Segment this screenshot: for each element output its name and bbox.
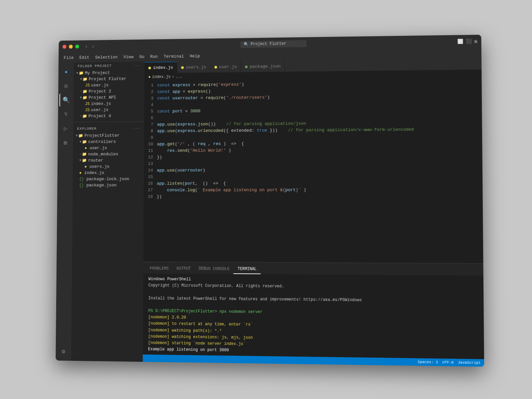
tab-users-js[interactable]: users.js	[177, 62, 210, 73]
tree-label: Project Flutter	[89, 76, 126, 82]
title-search-box[interactable]: 🔍 Project Flutter	[240, 40, 307, 48]
tab-dot	[148, 66, 151, 69]
tree-label: package-lock.json	[86, 177, 129, 182]
activity-run[interactable]: ▷	[59, 122, 72, 135]
tree-project-flutter[interactable]: ▼ 📁 Project Flutter	[74, 75, 145, 82]
tab-debug-console[interactable]: DEBUG CONSOLE	[195, 264, 233, 274]
tab-dot	[181, 66, 184, 69]
tree-user-js-ctrl[interactable]: ● user.js	[73, 145, 144, 151]
tab-package-json[interactable]: package.json	[241, 61, 285, 72]
tree-projectflutter[interactable]: ▼ 📁 ProjectFlutter	[73, 132, 144, 139]
tree-user-js-2[interactable]: JS user.js	[73, 106, 144, 113]
sidebar-icon[interactable]: ▣	[474, 38, 477, 44]
back-button[interactable]: ‹	[84, 43, 88, 50]
status-encoding: UTF-8	[442, 360, 454, 365]
activity-extensions2[interactable]: ⊞	[59, 136, 72, 149]
tab-user-js[interactable]: user.js	[210, 61, 241, 73]
search-icon: 🔍	[244, 42, 249, 47]
menu-edit[interactable]: Edit	[77, 54, 92, 61]
explorer-header: EXPLORER ···	[73, 124, 144, 133]
minimize-button[interactable]	[69, 45, 73, 49]
code-line: 18 })	[144, 194, 483, 200]
forward-button[interactable]: ›	[91, 43, 95, 50]
activity-logo[interactable]: ✦	[60, 65, 72, 78]
menu-view[interactable]: View	[121, 53, 136, 61]
tree-index-js-main[interactable]: ● index.js	[73, 170, 144, 176]
tree-project-4[interactable]: › 📁 Project 4	[73, 113, 144, 119]
tree-label: router	[88, 158, 103, 163]
explorer-menu-dots[interactable]: ···	[133, 126, 140, 130]
title-search-area: 🔍 Project Flutter	[98, 38, 455, 50]
menu-help[interactable]: Help	[187, 52, 202, 60]
tree-my-project[interactable]: ▼ 📁 My Project	[74, 69, 145, 76]
menu-run[interactable]: Run	[148, 53, 160, 61]
tree-label: user.js	[91, 83, 109, 88]
tree-label: index.js	[84, 170, 104, 175]
breadcrumb-text: index.js	[152, 74, 171, 79]
status-language: JavaScript	[458, 360, 481, 365]
code-line: 15	[144, 173, 483, 181]
tab-label: index.js	[153, 65, 173, 70]
menu-terminal[interactable]: Terminal	[161, 53, 187, 60]
status-right: Spaces: 2 UTF-8 JavaScript	[418, 360, 481, 365]
breadcrumb-ellipsis: ...	[176, 74, 183, 79]
activity-extensions[interactable]: ◎	[60, 79, 72, 92]
main-area: ✦ ◎ 🔍 ⌥ ▷ ⊞ ⚙ FOLDER PROJECT ··· ▼ 📁 My …	[56, 58, 484, 367]
tab-label: package.json	[250, 64, 281, 69]
tab-label: users.js	[186, 65, 206, 70]
tree-label: Project 2	[89, 89, 111, 94]
tree-label: package.json	[86, 183, 117, 188]
close-button[interactable]	[63, 45, 66, 49]
tab-index-js[interactable]: index.js	[144, 62, 177, 73]
code-editor[interactable]: 1 const express = require('express') 2 c…	[143, 77, 483, 263]
tree-project-api[interactable]: ▼ 📁 Project API	[73, 94, 144, 101]
status-spaces: Spaces: 2	[418, 360, 438, 364]
tree-index-js-1[interactable]: JS index.js	[73, 100, 144, 107]
code-line: 13	[144, 160, 482, 167]
title-search-text: Project Flutter	[251, 42, 286, 47]
tree-label: users.js	[89, 164, 110, 169]
titlebar-icons: ⬜ ⬛ ▣	[457, 38, 477, 44]
tab-dot	[214, 66, 217, 68]
tab-terminal[interactable]: TERMINAL	[233, 265, 261, 274]
activity-search[interactable]: 🔍	[60, 93, 72, 106]
tree-label: ProjectFlutter	[84, 133, 120, 138]
activity-source-control[interactable]: ⌥	[59, 108, 72, 121]
tab-problems[interactable]: PROBLEMS	[146, 264, 173, 273]
app-window: ‹ › 🔍 Project Flutter ⬜ ⬛ ▣ File Edit Se…	[56, 35, 484, 366]
breadcrumb-sep: ›	[172, 74, 174, 79]
folder-project-section: FOLDER PROJECT ··· ▼ 📁 My Project ▼ 📁 Pr…	[73, 62, 145, 119]
tree-label: Project 4	[88, 114, 111, 119]
code-line: 12 })	[144, 153, 482, 161]
split-icon[interactable]: ⬜	[457, 39, 463, 44]
folder-menu-dots[interactable]: ···	[133, 64, 141, 67]
tree-package-json[interactable]: {} package.json	[73, 182, 144, 189]
activity-settings[interactable]: ⚙	[57, 345, 70, 358]
tab-dot	[245, 66, 248, 68]
tree-user-js-1[interactable]: JS user.js	[73, 82, 144, 89]
tree-label: user.js	[91, 107, 108, 112]
layout-icon[interactable]: ⬛	[466, 38, 472, 44]
tree-router[interactable]: ▼ 📁 router	[73, 157, 144, 164]
menu-file[interactable]: File	[61, 54, 76, 62]
editor-area: index.js users.js user.js package.json ●	[143, 58, 484, 367]
tree-label: controllers	[88, 139, 116, 144]
tree-controllers[interactable]: ▼ 📁 controllers	[73, 139, 144, 145]
code-line: 16 app.listen(port, () => {	[144, 180, 482, 187]
code-line: 14 app.use(userrouter)	[144, 166, 482, 174]
menu-go[interactable]: Go	[137, 53, 147, 61]
tab-label: user.js	[219, 65, 237, 69]
tree-project-2[interactable]: › 📁 Project 2	[73, 88, 144, 95]
nav-buttons: ‹ ›	[84, 43, 95, 50]
tree-label: user.js	[89, 146, 107, 151]
tree-label: My Project	[85, 70, 110, 75]
tree-package-lock[interactable]: {} package-lock.json	[73, 176, 144, 182]
tab-output[interactable]: OUTPUT	[173, 264, 195, 274]
tree-label: Project API	[88, 95, 116, 100]
maximize-button[interactable]	[75, 45, 79, 49]
tree-users-js[interactable]: ● users.js	[73, 163, 144, 170]
menu-selection[interactable]: Selection	[92, 53, 120, 61]
tree-node-modules[interactable]: › 📁 node_modules	[73, 151, 144, 158]
activity-bar: ✦ ◎ 🔍 ⌥ ▷ ⊞ ⚙	[56, 63, 74, 361]
terminal-content[interactable]: Windows PowerShell Copyright (C) Microso…	[143, 273, 484, 359]
